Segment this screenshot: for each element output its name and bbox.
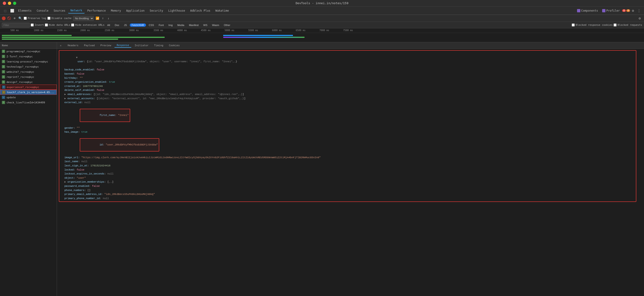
throttle-select[interactable]: No throttling — [73, 16, 94, 21]
tab-headers[interactable]: Headers — [65, 43, 81, 47]
json-field-id: id: "user_2RkdDFXyfMhCfGsEd8EPjJ3XdUw" — [61, 134, 634, 156]
tab-initiator[interactable]: Initiator — [132, 43, 151, 47]
blocked-requests-checkbox[interactable] — [614, 23, 616, 26]
hide-data-urls-label[interactable]: Hide data URLs — [45, 23, 70, 26]
tick-7500: 7500 ms — [343, 29, 353, 31]
record-button[interactable] — [2, 16, 6, 20]
tab-response[interactable]: Response — [114, 43, 131, 48]
request-item-highlighted[interactable]: F experience?_rsc=oqkyc — [0, 85, 57, 90]
network-toolbar: 🚫 ⊕ 🔍 Preserve log Disable cache No thro… — [0, 15, 644, 22]
upload-icon[interactable]: ↑ — [101, 16, 105, 20]
tab-network[interactable]: Network — [68, 8, 85, 13]
chip-js[interactable]: JS — [122, 23, 129, 27]
tab-elements[interactable]: Elements — [16, 8, 34, 13]
chip-wasm[interactable]: Wasm — [210, 23, 221, 27]
json-field-last-sign-in: last_sign_in_at: 1701521624416 — [61, 164, 634, 168]
detail-panel: ✕ Headers Payload Preview Response Initi… — [57, 42, 644, 296]
chip-ws[interactable]: WS — [201, 23, 209, 27]
chip-manifest[interactable]: Manifest — [187, 23, 201, 27]
request-item[interactable]: D learning-process?_rsc=oqkyc — [0, 59, 57, 64]
tick-1500: 1500 ms — [57, 29, 67, 31]
chip-font[interactable]: Font — [157, 23, 166, 27]
tab-security[interactable]: Security — [148, 8, 166, 13]
search-button[interactable]: 🔍 — [18, 16, 22, 20]
request-type-icon: D — [2, 101, 5, 104]
tab-application[interactable]: Application — [124, 8, 147, 13]
requests-list[interactable]: D programming?_rsc=oqkyc D Z-Turn?_rsc=o… — [0, 49, 57, 296]
invert-label[interactable]: Invert — [31, 23, 44, 26]
request-item[interactable]: D technology?_rsc=oqkyc — [0, 64, 57, 69]
filter-button[interactable]: ⊕ — [12, 16, 17, 20]
clear-button[interactable]: 🚫 — [7, 16, 11, 20]
blocked-requests-label[interactable]: Blocked requests — [614, 23, 642, 26]
request-type-icon: D — [2, 80, 5, 84]
response-highlight-box: ▼ user: {id: "user_2RkdDFXyfMhCfGsEd8EPj… — [59, 50, 636, 202]
request-item[interactable]: D programming?_rsc=oqkyc — [0, 49, 57, 54]
chip-other[interactable]: Other — [222, 23, 232, 27]
blocked-response-label[interactable]: Blocked response cookies — [572, 23, 612, 26]
tab-console[interactable]: Console — [34, 8, 51, 13]
request-item[interactable]: D website?_rsc=oqkyc — [0, 69, 57, 74]
tab-performance[interactable]: Performance — [85, 8, 108, 13]
json-field-last-name: last_name: null — [61, 160, 634, 164]
hide-extension-urls-checkbox[interactable] — [71, 23, 74, 26]
request-item[interactable]: ↻ update — [0, 95, 57, 100]
chip-all[interactable]: All — [105, 23, 112, 27]
ext-components[interactable]: Components — [575, 8, 600, 13]
download-icon[interactable]: ↓ — [106, 16, 111, 20]
chip-img[interactable]: Img — [166, 23, 174, 27]
request-item[interactable]: D Z-Turn?_rsc=oqkyc — [0, 54, 57, 59]
request-type-icon: D — [2, 60, 5, 63]
chip-doc[interactable]: Doc — [113, 23, 121, 27]
hide-data-urls-checkbox[interactable] — [45, 23, 48, 26]
request-name: programming?_rsc=oqkyc — [6, 50, 40, 53]
request-name: touch?_clerk_js_version=4.65... — [7, 91, 54, 94]
disable-cache-checkbox[interactable] — [48, 17, 50, 20]
request-name: technology?_rsc=oqkyc — [6, 65, 39, 68]
preserve-log-label[interactable]: Preserve log — [24, 17, 46, 20]
request-type-icon: D — [2, 75, 5, 78]
chip-media[interactable]: Media — [176, 23, 186, 27]
tick-500: 500 ms — [10, 29, 19, 31]
tab-sources[interactable]: Sources — [51, 8, 68, 13]
maximize-button[interactable] — [13, 2, 16, 5]
ext-profiler[interactable]: Profiler — [600, 8, 622, 13]
invert-checkbox[interactable] — [31, 23, 34, 26]
chip-css[interactable]: CSS — [147, 23, 156, 27]
filter-input[interactable] — [2, 23, 30, 27]
request-item[interactable]: D design?_rsc=oqkyc — [0, 79, 57, 85]
minimize-button[interactable] — [8, 2, 11, 5]
tab-lighthouse[interactable]: Lighthouse — [166, 8, 188, 13]
json-field-birthday: birthday: "" — [61, 76, 634, 80]
preserve-log-checkbox[interactable] — [24, 17, 27, 20]
device-mode-button[interactable]: ⬜ — [9, 7, 15, 14]
tab-wakatime[interactable]: Wakatime — [213, 8, 231, 13]
request-item-selected[interactable]: J touch?_clerk_js_version=4.65... — [0, 90, 57, 95]
network-settings-button[interactable]: ⚙ — [637, 16, 642, 20]
toggle-drawer-button[interactable]: ⬚ — [2, 7, 8, 14]
tab-payload[interactable]: Payload — [82, 43, 97, 47]
request-type-icon: D — [2, 65, 5, 68]
request-item[interactable]: D check_live?liveId=1434499 — [0, 100, 57, 105]
chip-fetch-xhr[interactable]: Fetch/XHR — [130, 23, 146, 27]
close-button[interactable] — [3, 2, 6, 5]
tab-cookies[interactable]: Cookies — [166, 43, 182, 47]
close-detail-button[interactable]: ✕ — [59, 44, 62, 47]
timeline-bars — [0, 33, 644, 42]
json-field-banned: banned: false — [61, 72, 634, 76]
tab-memory[interactable]: Memory — [108, 8, 123, 13]
hide-extension-urls-label[interactable]: Hide extension URLs — [71, 23, 104, 26]
more-button[interactable]: ⋮ — [636, 8, 642, 13]
tab-timing[interactable]: Timing — [152, 43, 166, 47]
settings-button[interactable]: ⚙ — [630, 8, 636, 13]
json-field-locked: locked: false — [61, 168, 634, 172]
id-highlight: id: "user_2RkdDFXyfMhCfGsEd8EPjJ3XdUw" — [80, 138, 159, 151]
warning-badge: 4 — [626, 9, 630, 12]
timeline-area: 500 ms 1000 ms 1500 ms 2000 ms 2500 ms 3… — [0, 28, 644, 42]
tab-adblock[interactable]: Adblock Plus — [188, 8, 213, 13]
disable-cache-label[interactable]: Disable cache — [48, 17, 71, 20]
blocked-response-checkbox[interactable] — [572, 23, 575, 26]
tick-5500: 5500 ms — [248, 29, 258, 31]
tab-preview[interactable]: Preview — [98, 43, 114, 47]
request-item[interactable]: D reprint?_rsc=oqkyc — [0, 74, 57, 79]
